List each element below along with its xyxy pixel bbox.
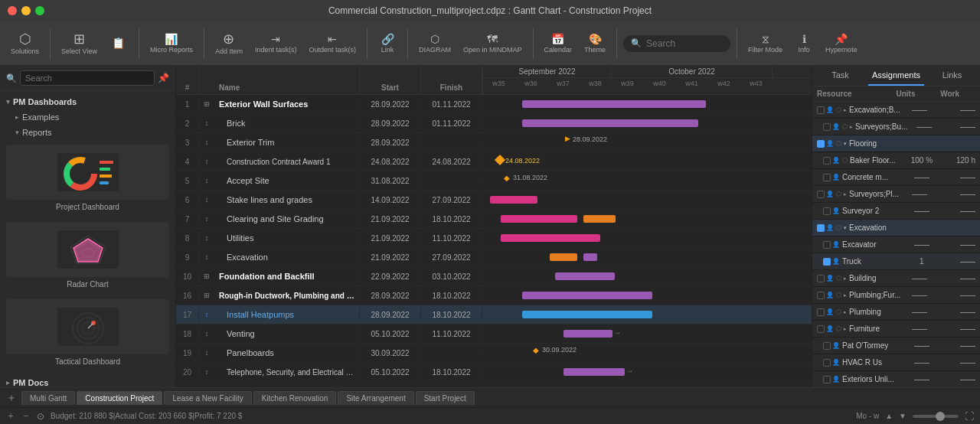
row-checkbox[interactable]	[823, 258, 831, 266]
table-row[interactable]: 1 ⊞ Exterior Wall Surfaces 28.09.2022 01…	[176, 95, 812, 114]
expand-status-icon[interactable]: ⊙	[37, 411, 44, 422]
row-checkbox[interactable]	[823, 241, 831, 249]
list-item[interactable]: 👤 ⬡ ▸ Building —— ——	[812, 270, 980, 287]
expand-icon[interactable]: ▸	[850, 124, 853, 130]
row-checkbox[interactable]	[817, 308, 825, 316]
list-item[interactable]: 👤 ⬡ Baker Floor... 100 % 120 h	[812, 152, 980, 169]
expand-icon[interactable]: ▸	[844, 276, 847, 282]
row-checkbox[interactable]	[817, 275, 825, 282]
theme-button[interactable]: 🎨 Theme	[580, 31, 610, 57]
tactical-dashboard-thumb-container[interactable]: Tactical Dashboard	[0, 295, 175, 372]
table-row[interactable]: 7 ↕ Clearing and Site Grading 21.09.2022…	[176, 210, 812, 229]
filter-mode-button[interactable]: ⧖ Filter Mode	[743, 31, 787, 57]
row-checkbox[interactable]	[823, 174, 831, 181]
sidebar-item-examples[interactable]: ▸ Examples	[0, 109, 175, 125]
tab-assignments[interactable]: Assignments	[868, 66, 924, 86]
outdent-button[interactable]: ⇤ Outdent task(s)	[304, 31, 361, 57]
table-row[interactable]: 2 ↕ Brick 28.09.2022 01.11.2022	[176, 114, 812, 133]
sidebar-item-pm-dashboards[interactable]: ▾ PM Dashboards	[0, 94, 175, 109]
row-checkbox[interactable]	[823, 376, 831, 383]
sidebar-item-pm-docs[interactable]: ▸ PM Docs	[0, 375, 175, 387]
row-checkbox[interactable]	[823, 207, 831, 215]
mindmap-button[interactable]: 🗺 Open in MINDMAP	[459, 31, 527, 57]
table-row[interactable]: 6 ↕ Stake lines and grades 14.09.2022 27…	[176, 191, 812, 210]
row-checkbox[interactable]	[817, 292, 825, 299]
tab-lease-facility[interactable]: Lease a New Facility	[164, 391, 251, 405]
row-checkbox[interactable]	[817, 191, 825, 198]
table-row[interactable]: 8 ↕ Utilities 21.09.2022 11.10.2022	[176, 229, 812, 248]
list-item[interactable]: 👤 ⬡ ▸ Plumbing —— ——	[812, 304, 980, 321]
table-row[interactable]: 9 ↕ Excavation 21.09.2022 27.09.2022	[176, 248, 812, 267]
tab-links[interactable]: Links	[924, 66, 980, 86]
row-checkbox[interactable]	[823, 157, 831, 165]
tab-kitchen-renovation[interactable]: Kitchen Renovation	[253, 391, 337, 405]
row-checkbox[interactable]	[817, 325, 825, 333]
list-item[interactable]: 👤 ⬡ ▸ Plumbing;Fur... —— ——	[812, 287, 980, 304]
zoom-thumb[interactable]	[936, 412, 945, 421]
row-checkbox[interactable]	[823, 342, 831, 350]
expand-icon[interactable]: ▸	[844, 309, 847, 315]
row-checkbox[interactable]	[817, 224, 825, 232]
list-item[interactable]: 👤 ⬡ ▾ Flooring	[812, 135, 980, 152]
expand-icon[interactable]: ▾	[844, 225, 847, 231]
table-row[interactable]: 16 ⊞ Rough-in Ductwork, Plumbing and Ele…	[176, 286, 812, 305]
zoom-slider[interactable]	[913, 415, 959, 418]
table-row[interactable]: 4 ↕ Construction Contract Award 1 24.08.…	[176, 152, 812, 171]
select-view-button[interactable]: ⊞ Select View	[57, 29, 102, 58]
list-item[interactable]: 👤 Excavator —— ——	[812, 236, 980, 253]
table-row[interactable]: 3 ↕ Exterior Trim 28.09.2022 ▶ 28.09.202…	[176, 133, 812, 152]
list-item[interactable]: 👤 ⬡ ▸ Surveyors;Bu... —— ——	[812, 119, 980, 135]
diagram-button[interactable]: ⬡ DIAGRAM	[414, 31, 456, 57]
expand-icon[interactable]: ▸	[844, 326, 847, 332]
tab-multi-gantt[interactable]: Multi Gantt	[21, 391, 75, 405]
reports-button[interactable]: 📋	[105, 34, 132, 53]
row-checkbox[interactable]	[823, 123, 831, 131]
info-button[interactable]: ℹ Info	[790, 31, 818, 57]
list-item[interactable]: 👤 ⬡ ▸ Excavation;B... —— ——	[812, 102, 980, 119]
tab-construction-project[interactable]: Construction Project	[77, 391, 162, 405]
sidebar-item-reports[interactable]: ▾ Reports	[0, 125, 175, 140]
tab-site-arrangement[interactable]: Site Arrangement	[338, 391, 413, 405]
table-row[interactable]: 10 ⊞ Foundation and Backfill 22.09.2022 …	[176, 267, 812, 286]
expand-icon[interactable]: ▸	[844, 191, 847, 197]
list-item[interactable]: 👤 ⬡ ▸ Surveyors;Pl... —— ——	[812, 186, 980, 203]
add-tab-button[interactable]: ＋	[3, 391, 20, 405]
search-input[interactable]	[646, 38, 723, 49]
search-bar[interactable]: 🔍	[623, 35, 730, 52]
expand-icon[interactable]: ▸	[844, 292, 847, 298]
maximize-button[interactable]	[35, 6, 44, 15]
list-item[interactable]: 👤 Concrete m... —— ——	[812, 169, 980, 186]
minimize-button[interactable]	[21, 6, 31, 15]
list-item[interactable]: 👤 Truck 1 ——	[812, 253, 980, 270]
tab-task[interactable]: Task	[812, 66, 868, 86]
list-item[interactable]: 👤 ⬡ ▸ Furniture —— ——	[812, 321, 980, 338]
radar-chart-thumb-container[interactable]: Radar Chart	[0, 217, 175, 295]
project-dashboard-thumb-container[interactable]: Project Dashboard	[0, 140, 175, 217]
calendar-button[interactable]: 📅 Calendar	[540, 31, 577, 57]
table-row[interactable]: 5 ↕ Accept Site 31.08.2022 ◆ 31.08.2022	[176, 171, 812, 191]
row-checkbox[interactable]	[817, 106, 825, 114]
hypernote-button[interactable]: 📌 Hypernote	[821, 31, 862, 57]
close-button[interactable]	[8, 6, 17, 15]
list-item[interactable]: 👤 HVAC R Us —— ——	[812, 354, 980, 371]
table-row[interactable]: 20 ↕ Telephone, Security, and Electrical…	[176, 363, 812, 382]
table-row[interactable]: 19 ↕ Panelboards 30.09.2022 ◆ 30.09.2022	[176, 344, 812, 363]
zoom-up-icon[interactable]: ▲	[885, 412, 893, 420]
row-checkbox[interactable]	[817, 140, 825, 148]
list-item[interactable]: 👤 Exteriors Unli... —— ——	[812, 371, 980, 387]
table-row[interactable]: 17 ↕ Install Heatpumps 28.09.2022 18.10.…	[176, 305, 812, 325]
expand-icon[interactable]: ▾	[844, 141, 847, 147]
add-status-icon[interactable]: ＋	[6, 409, 15, 422]
solutions-button[interactable]: ⬡ Solutions	[6, 29, 44, 58]
row-checkbox[interactable]	[823, 359, 831, 367]
micro-reports-button[interactable]: 📊 Micro Reports	[145, 31, 198, 57]
table-row[interactable]: 18 ↕ Venting 05.10.2022 11.10.2022 →	[176, 325, 812, 344]
fullscreen-icon[interactable]: ⛶	[965, 411, 974, 422]
list-item[interactable]: 👤 Pat O'Tormey —— ——	[812, 338, 980, 354]
zoom-down-icon[interactable]: ▼	[899, 412, 906, 420]
list-item[interactable]: 👤 ⬡ ▾ Excavation	[812, 220, 980, 236]
gantt-body[interactable]: 1 ⊞ Exterior Wall Surfaces 28.09.2022 01…	[176, 95, 812, 387]
indent-button[interactable]: ⇥ Indent task(s)	[250, 31, 302, 57]
list-item[interactable]: 👤 Surveyor 2 —— ——	[812, 203, 980, 220]
sidebar-pin-icon[interactable]: 📌	[158, 73, 169, 83]
